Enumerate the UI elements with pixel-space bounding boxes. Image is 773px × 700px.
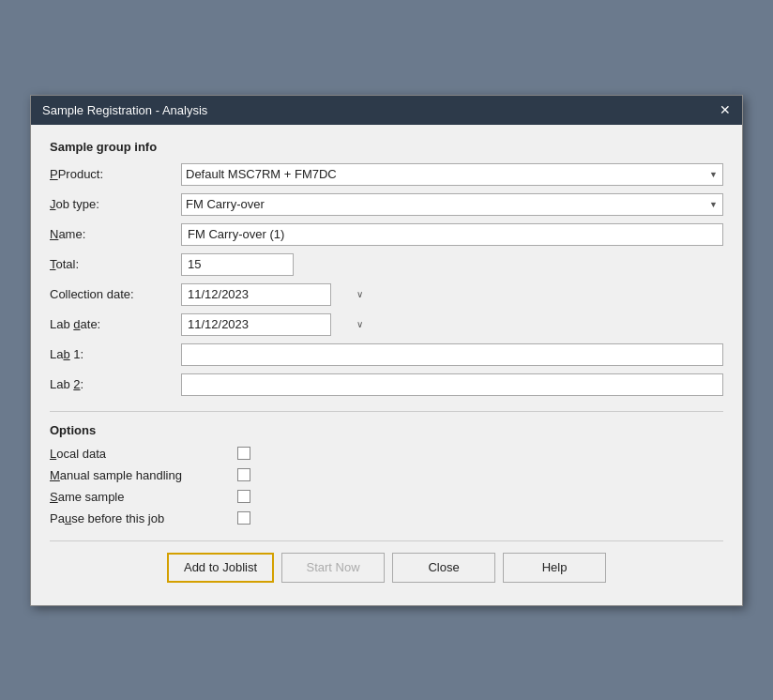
manual-sample-label: Manual sample handling — [50, 468, 237, 482]
same-sample-checkbox[interactable] — [237, 490, 250, 503]
dialog-body: Sample group info PProduct: Default MSC7… — [31, 125, 742, 605]
close-button[interactable]: Close — [392, 553, 495, 583]
lab1-label: Lab 1: — [50, 347, 181, 361]
name-input[interactable] — [181, 223, 723, 246]
pause-before-checkbox[interactable] — [237, 511, 250, 525]
lab-date-chevron-icon[interactable]: ∨ — [351, 314, 369, 335]
lab-date-input[interactable] — [182, 314, 351, 335]
same-sample-label: Same sample — [50, 490, 237, 504]
total-field-row — [181, 253, 723, 276]
same-sample-row: Same sample — [50, 490, 723, 504]
options-section-label: Options — [50, 423, 723, 437]
jobtype-select-wrapper: FM Carry-over — [181, 193, 723, 216]
collection-date-wrapper: ∨ — [181, 283, 331, 306]
collection-date-row: ∨ — [181, 283, 723, 306]
button-row: Add to Joblist Start Now Close Help — [50, 540, 723, 590]
lab-date-wrapper: ∨ — [181, 313, 331, 336]
start-now-button[interactable]: Start Now — [281, 553, 385, 583]
sample-group-section-label: Sample group info — [50, 140, 723, 154]
sample-group-form: PProduct: Default MSC7RM + FM7DC Job typ… — [50, 163, 723, 396]
jobtype-label: Job type: — [50, 197, 181, 211]
close-window-button[interactable]: ✕ — [720, 103, 731, 116]
title-bar: Sample Registration - Analysis ✕ — [31, 96, 742, 125]
lab-date-row: ∨ — [181, 313, 723, 336]
total-label: Total: — [50, 257, 181, 271]
jobtype-select[interactable]: FM Carry-over — [181, 193, 723, 216]
manual-sample-row: Manual sample handling — [50, 468, 723, 482]
lab2-input[interactable] — [181, 373, 723, 396]
lab-date-label: Lab date: — [50, 317, 181, 331]
total-input[interactable] — [181, 253, 294, 276]
product-label-underline: P — [50, 167, 58, 181]
help-button[interactable]: Help — [503, 553, 606, 583]
manual-sample-checkbox[interactable] — [237, 468, 250, 481]
options-section: Options Local data Manual sample handlin… — [50, 423, 723, 525]
local-data-label: Local data — [50, 447, 237, 461]
local-data-checkbox[interactable] — [237, 447, 250, 460]
collection-date-input[interactable] — [182, 284, 351, 305]
lab2-label: Lab 2: — [50, 377, 181, 391]
dialog: Sample Registration - Analysis ✕ Sample … — [30, 95, 743, 606]
pause-before-label: Pause before this job — [50, 511, 237, 525]
add-to-joblist-button[interactable]: Add to Joblist — [167, 553, 274, 583]
name-label: Name: — [50, 227, 181, 241]
collection-date-label: Collection date: — [50, 287, 181, 301]
product-select[interactable]: Default MSC7RM + FM7DC — [181, 163, 723, 186]
window-title: Sample Registration - Analysis — [42, 103, 207, 117]
local-data-row: Local data — [50, 447, 723, 461]
lab1-input[interactable] — [181, 343, 723, 366]
product-label: PProduct: — [50, 167, 181, 181]
collection-date-chevron-icon[interactable]: ∨ — [351, 284, 369, 305]
pause-before-row: Pause before this job — [50, 511, 723, 525]
product-select-wrapper: Default MSC7RM + FM7DC — [181, 163, 723, 186]
section-divider — [50, 411, 723, 412]
